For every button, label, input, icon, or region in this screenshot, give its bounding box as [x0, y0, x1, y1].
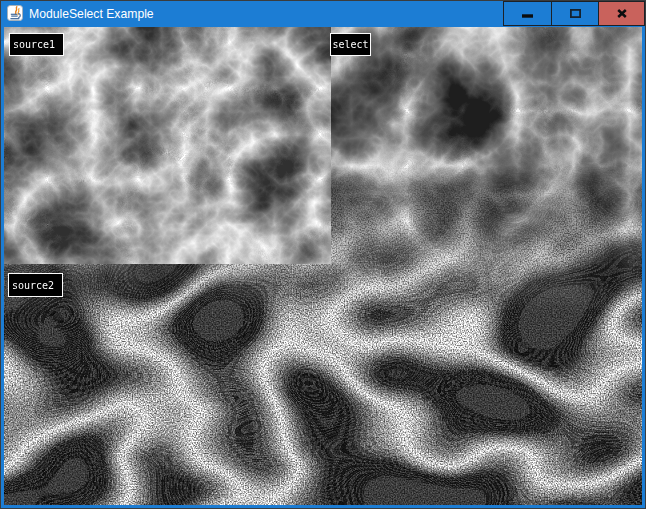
label-source1: source1: [9, 33, 64, 56]
window-title: ModuleSelect Example: [29, 1, 154, 27]
app-window: ModuleSelect Example: [0, 0, 646, 509]
app-icon: [7, 5, 23, 21]
label-select: select: [330, 33, 371, 56]
noise-canvas: source1 select source2: [4, 27, 642, 505]
maximize-icon: [570, 9, 581, 18]
maximize-button[interactable]: [551, 2, 598, 25]
label-source2: source2: [8, 273, 63, 297]
close-button[interactable]: [598, 2, 644, 25]
source1-noise-image: [4, 27, 331, 264]
title-bar[interactable]: ModuleSelect Example: [1, 1, 645, 27]
java-coffee-cup-icon: [7, 5, 23, 21]
close-icon: [617, 9, 627, 18]
minimize-button[interactable]: [504, 2, 551, 25]
window-controls: [503, 1, 645, 26]
minimize-icon: [522, 14, 533, 18]
